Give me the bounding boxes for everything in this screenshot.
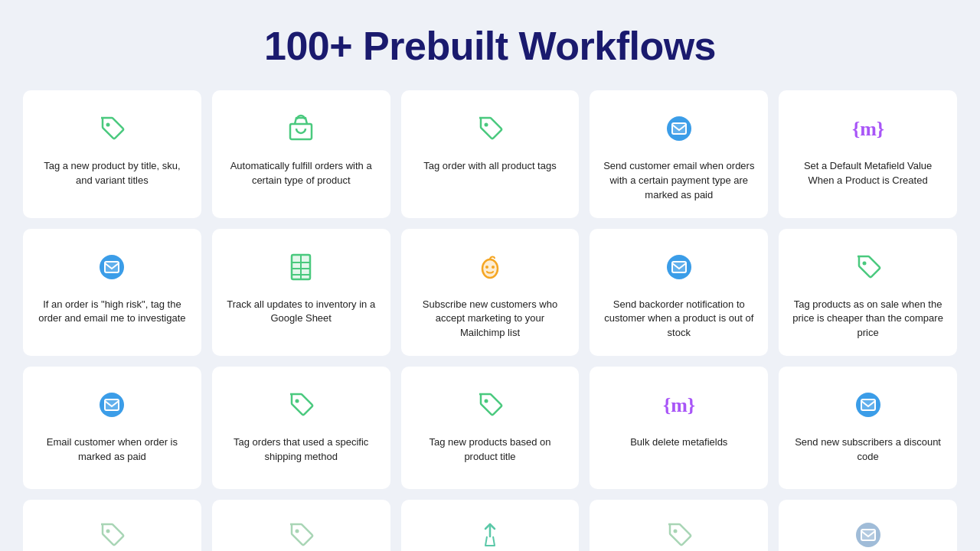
card-text-email-order-paid: Email customer when order is marked as p…	[35, 435, 189, 465]
shopify-bag-icon	[281, 109, 321, 148]
card-text-email-payment-type: Send customer email when orders with a c…	[602, 159, 756, 203]
card-text-bulk-delete-metafields: Bulk delete metafields	[630, 435, 727, 450]
card-auto-fulfill[interactable]: Automatically fulfill orders with a cert…	[212, 90, 390, 218]
card-email-payment-type[interactable]: Send customer email when orders with a c…	[590, 90, 768, 218]
metafield-icon: {m}	[848, 109, 888, 148]
card-text-tag-on-sale: Tag products as on sale when the price i…	[791, 298, 945, 341]
card-text-backorder-notification: Send backorder notification to customer …	[602, 298, 756, 341]
svg-rect-37	[861, 530, 875, 540]
tag-icon	[470, 109, 510, 148]
card-text-tag-new-products-title: Tag new products based on product title	[413, 435, 567, 465]
svg-point-27	[296, 399, 299, 403]
card-text-set-metafield: Set a Default Metafield Value When a Pro…	[791, 159, 945, 188]
svg-point-33	[106, 530, 110, 533]
svg-text:{m}: {m}	[852, 118, 884, 140]
card-text-mailchimp-subscribe: Subscribe new customers who accept marke…	[413, 298, 567, 341]
workflow-grid: Tag a new product by title, sku, and var…	[23, 90, 957, 489]
card-text-tag-new-product: Tag a new product by title, sku, and var…	[35, 159, 189, 188]
card-tag-new-product[interactable]: Tag a new product by title, sku, and var…	[23, 90, 201, 218]
card-tag-new-products-title[interactable]: Tag new products based on product title	[401, 367, 580, 489]
bottom-row	[23, 500, 957, 551]
tag-icon-bottom	[92, 515, 132, 551]
svg-rect-25	[105, 399, 119, 410]
card-text-tag-order-product-tags: Tag order with all product tags	[423, 159, 556, 174]
tag-icon	[92, 109, 132, 148]
email-icon	[659, 247, 699, 287]
page-container: 100+ Prebuilt Workflows Tag a new produc…	[0, 0, 980, 551]
page-title: 100+ Prebuilt Workflows	[23, 23, 957, 69]
card-text-new-subscribers-discount: Send new subscribers a discount code	[791, 435, 945, 465]
svg-rect-1	[290, 124, 312, 139]
card-text-auto-fulfill: Automatically fulfill orders with a cert…	[224, 159, 378, 188]
svg-rect-21	[672, 262, 686, 272]
svg-rect-8	[105, 262, 119, 272]
google-sheet-icon	[281, 247, 321, 287]
card-bottom-b2[interactable]	[212, 500, 390, 551]
svg-rect-31	[861, 399, 875, 410]
svg-point-0	[106, 123, 110, 127]
mailchimp-icon	[470, 247, 510, 287]
email-icon-bottom	[848, 515, 888, 551]
email-icon	[848, 385, 888, 425]
tag-icon-bottom	[281, 515, 321, 551]
card-bottom-b5[interactable]	[779, 500, 957, 551]
card-text-track-inventory-sheet: Track all updates to inventory in a Goog…	[224, 298, 378, 327]
svg-point-28	[484, 399, 488, 403]
email-icon	[92, 247, 132, 287]
card-tag-shipping-method[interactable]: Tag orders that used a specific shipping…	[212, 367, 390, 489]
svg-point-35	[673, 530, 677, 533]
card-high-risk-order[interactable]: If an order is "high risk", tag the orde…	[23, 229, 201, 357]
card-bottom-b1[interactable]	[23, 500, 201, 551]
touch-icon-bottom	[470, 515, 510, 551]
tag-icon	[281, 385, 321, 425]
svg-point-34	[296, 530, 299, 533]
card-tag-on-sale[interactable]: Tag products as on sale when the price i…	[779, 229, 957, 357]
card-text-tag-shipping-method: Tag orders that used a specific shipping…	[224, 435, 378, 465]
card-track-inventory-sheet[interactable]: Track all updates to inventory in a Goog…	[212, 229, 390, 357]
metafield-icon: {m}	[659, 385, 699, 425]
svg-point-23	[862, 261, 866, 265]
card-new-subscribers-discount[interactable]: Send new subscribers a discount code	[779, 367, 957, 489]
card-bulk-delete-metafields[interactable]: {m} Bulk delete metafields	[590, 367, 768, 489]
card-bottom-b3[interactable]	[401, 500, 580, 551]
svg-rect-4	[672, 123, 686, 134]
card-text-high-risk-order: If an order is "high risk", tag the orde…	[35, 298, 189, 327]
email-icon	[659, 109, 699, 148]
card-bottom-b4[interactable]	[590, 500, 768, 551]
card-backorder-notification[interactable]: Send backorder notification to customer …	[590, 229, 768, 357]
svg-point-18	[485, 266, 488, 269]
card-set-metafield[interactable]: {m} Set a Default Metafield Value When a…	[779, 90, 957, 218]
tag-icon	[470, 385, 510, 425]
svg-point-19	[492, 266, 495, 269]
email-icon	[92, 385, 132, 425]
card-email-order-paid[interactable]: Email customer when order is marked as p…	[23, 367, 201, 489]
tag-icon	[848, 247, 888, 287]
svg-text:{m}: {m}	[663, 395, 695, 417]
tag-icon-bottom	[659, 515, 699, 551]
svg-point-2	[484, 123, 488, 127]
card-mailchimp-subscribe[interactable]: Subscribe new customers who accept marke…	[401, 229, 580, 357]
card-tag-order-product-tags[interactable]: Tag order with all product tags	[401, 90, 580, 218]
